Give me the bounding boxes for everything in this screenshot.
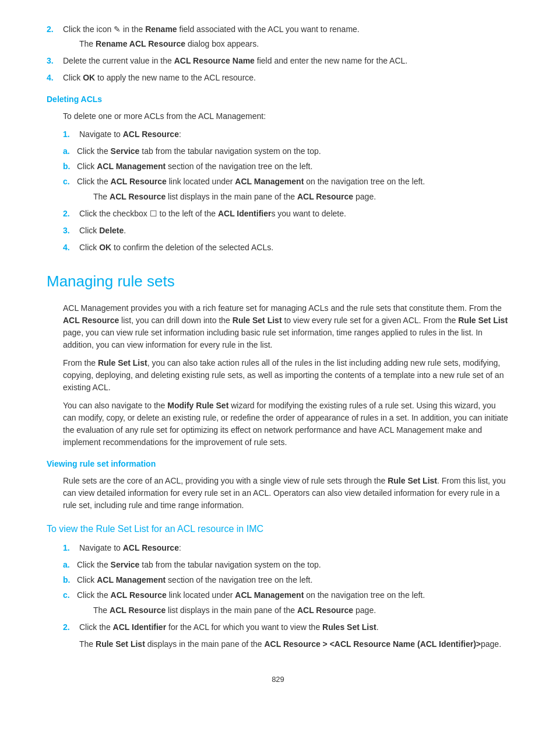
del-step-num-2: 2.	[63, 208, 79, 220]
managing-rule-sets-heading: Managing rule sets	[47, 270, 509, 293]
rename-note: The Rename ACL Resource dialog box appea…	[79, 38, 509, 50]
del-acl-resource-note: The ACL Resource list displays in the ma…	[93, 191, 509, 203]
step-3-delete-value: 3. Delete the current value in the ACL R…	[47, 55, 509, 67]
step-4-click-ok: 4. Click OK to apply the new name to the…	[47, 72, 509, 84]
managing-para-2: From the Rule Set List, you can also tak…	[63, 357, 509, 394]
deleting-acls-heading: Deleting ACLs	[47, 93, 509, 106]
viewing-para-1: Rule sets are the core of an ACL, provid…	[63, 475, 509, 512]
rename-bold: Rename	[145, 24, 177, 34]
del-substep-c: c. Click the ACL Resource link located u…	[63, 176, 509, 188]
to-view-heading: To view the Rule Set List for an ACL res…	[47, 522, 509, 536]
step-num-3: 3.	[47, 55, 63, 67]
viewing-rule-set-section: Viewing rule set information Rule sets a…	[47, 458, 509, 650]
view-step-2: 2. Click the ACL Identifier for the ACL …	[63, 621, 509, 634]
deleting-acls-section: Deleting ACLs To delete one or more ACLs…	[47, 93, 509, 254]
del-substep-b: b. Click ACL Management section of the n…	[63, 160, 509, 173]
page-number: 829	[47, 674, 509, 685]
deleting-step-3: 3. Click Delete.	[63, 225, 509, 237]
viewing-rule-set-heading: Viewing rule set information	[47, 458, 509, 470]
managing-para-3: You can also navigate to the Modify Rule…	[63, 400, 509, 449]
managing-rule-sets-section: Managing rule sets ACL Management provid…	[47, 270, 509, 449]
step-num-2: 2.	[47, 23, 63, 50]
deleting-step-2: 2. Click the checkbox ☐ to the left of t…	[63, 208, 509, 220]
view-step-2-note: The Rule Set List displays in the main p…	[79, 638, 509, 650]
view-acl-resource-note: The ACL Resource list displays in the ma…	[93, 604, 509, 617]
step-num-4: 4.	[47, 72, 63, 84]
deleting-intro: To delete one or more ACLs from the ACL …	[63, 110, 509, 123]
view-substep-c: c. Click the ACL Resource link located u…	[63, 589, 509, 601]
deleting-step-1: 1. Navigate to ACL Resource:	[63, 128, 509, 141]
view-step-num-1: 1.	[63, 542, 79, 554]
view-step-num-2: 2.	[63, 621, 79, 634]
step-2-rename: 2. Click the icon ✎ in the Rename field …	[47, 23, 509, 50]
del-substep-a: a. Click the Service tab from the tabula…	[63, 145, 509, 158]
view-step-1: 1. Navigate to ACL Resource:	[63, 542, 509, 554]
view-substep-a: a. Click the Service tab from the tabula…	[63, 559, 509, 571]
del-step-num-3: 3.	[63, 225, 79, 237]
view-substep-b: b. Click ACL Management section of the n…	[63, 574, 509, 586]
rename-dialog-bold: Rename ACL Resource	[96, 39, 185, 48]
managing-para-1: ACL Management provides you with a rich …	[63, 302, 509, 351]
del-step-num-4: 4.	[63, 242, 79, 254]
del-step-num-1: 1.	[63, 128, 79, 141]
top-steps: 2. Click the icon ✎ in the Rename field …	[47, 23, 509, 84]
deleting-step-4: 4. Click OK to confirm the deletion of t…	[63, 242, 509, 254]
